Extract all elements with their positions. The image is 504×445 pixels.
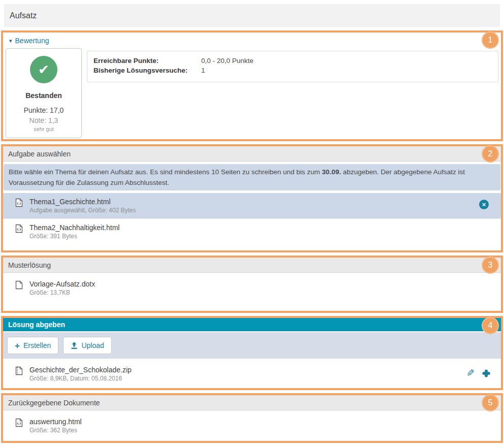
page-title: Aufsatz (10, 11, 37, 20)
note-pre: Bitte wähle ein Thema für deinen Aufsatz… (9, 168, 322, 176)
upload-icon (71, 342, 78, 349)
page-title-bar: Aufsatz (4, 4, 500, 27)
file-text: Thema2_Nachhaltigkeit.html Größe: 391 By… (29, 223, 119, 240)
step-badge-4: 4 (482, 317, 499, 334)
puzzle-icon[interactable] (482, 369, 491, 378)
edit-pencil-icon[interactable]: ✎ (466, 367, 475, 379)
returned-file-list: auswertung.html Größe: 362 Bytes (3, 413, 501, 438)
attempt-info-box: Erreichbare Punkte: 0,0 - 20,0 Punkte Bi… (87, 51, 498, 82)
file-text: auswertung.html Größe: 362 Bytes (29, 417, 82, 434)
code-file-icon (15, 224, 23, 233)
file-icon (15, 280, 23, 290)
section-title: Lösung abgeben (8, 321, 65, 329)
result-card: ✔ Bestanden Punkte: 17,0 Note: 1,3 sehr … (6, 48, 82, 138)
row-actions: ✎ (466, 367, 491, 379)
submission-file-list: Geschichte_der_Schokolade.zip Größe: 8,9… (3, 361, 501, 387)
bewertung-toggle-label[interactable]: Bewertung (15, 37, 49, 45)
file-text: Thema1_Geschichte.html Aufgabe ausgewähl… (29, 197, 136, 214)
create-button-label: Erstellen (23, 341, 51, 349)
code-file-icon (15, 418, 23, 427)
section-musterloesung: 3 Musterlösung Vorlage-Aufsatz.dotx Größ… (1, 256, 503, 313)
code-file-icon (15, 198, 23, 207)
section-header: Zurückgegebene Dokumente (3, 395, 501, 410)
points-text: Punkte: 17,0 (24, 106, 64, 114)
status-text: Bestanden (25, 91, 62, 100)
file-row-thema1[interactable]: Thema1_Geschichte.html Aufgabe ausgewähl… (3, 193, 501, 218)
check-icon: ✔ (30, 56, 57, 83)
note-text: Note: 1,3 (29, 116, 58, 124)
page: Aufsatz 1 ▾ Bewertung ✔ Bestanden Punkte… (0, 0, 504, 445)
section-title: Zurückgegebene Dokumente (8, 399, 100, 407)
section-aufgabe-auswaehlen: 2 Aufgabe auswählen Bitte wähle ein Them… (1, 144, 503, 252)
zip-file-icon (15, 366, 23, 375)
info-label: Erreichbare Punkte: (93, 56, 201, 66)
section-loesung-abgeben: 4 Lösung abgeben + Erstellen Upload (1, 316, 503, 390)
file-row-auswertung[interactable]: auswertung.html Größe: 362 Bytes (3, 413, 501, 438)
bewertung-body: ✔ Bestanden Punkte: 17,0 Note: 1,3 sehr … (6, 48, 498, 138)
theme-file-list: Thema1_Geschichte.html Aufgabe ausgewähl… (3, 193, 501, 244)
file-name[interactable]: auswertung.html (29, 417, 82, 426)
file-name[interactable]: Vorlage-Aufsatz.dotx (29, 279, 95, 289)
file-name[interactable]: Thema1_Geschichte.html (29, 197, 136, 206)
grade-text: sehr gut (34, 126, 54, 132)
upload-button[interactable]: Upload (63, 337, 111, 354)
info-value: 0,0 - 20,0 Punkte (201, 56, 254, 66)
file-meta: Aufgabe ausgewählt, Größe: 402 Bytes (29, 206, 136, 214)
section-bewertung: 1 ▾ Bewertung ✔ Bestanden Punkte: 17,0 N… (1, 30, 503, 141)
bewertung-toggle[interactable]: ▾ Bewertung (6, 35, 498, 46)
close-circle-icon[interactable]: × (479, 200, 489, 209)
plus-icon: + (15, 341, 20, 350)
instruction-note: Bitte wähle ein Thema für deinen Aufsatz… (4, 164, 500, 190)
note-deadline: 30.09. (322, 168, 341, 176)
file-row-submission[interactable]: Geschichte_der_Schokolade.zip Größe: 8,9… (3, 361, 501, 387)
file-meta: Größe: 8,9KB, Datum: 05.08.2016 (29, 374, 132, 383)
info-label: Bisherige Lösungsversuche: (93, 66, 201, 75)
section-header: Aufgabe auswählen (3, 146, 501, 162)
upload-button-label: Upload (81, 341, 104, 349)
file-name[interactable]: Geschichte_der_Schokolade.zip (29, 365, 132, 374)
submission-toolbar: + Erstellen Upload (3, 332, 501, 359)
chevron-down-icon: ▾ (9, 38, 12, 44)
file-text: Vorlage-Aufsatz.dotx Größe: 13,7KB (29, 279, 95, 297)
file-meta: Größe: 13,7KB (29, 289, 95, 297)
section-title: Musterlösung (8, 261, 51, 269)
section-zurueckgegebene-dokumente: 5 Zurückgegebene Dokumente auswertung.ht… (1, 393, 503, 443)
file-meta: Größe: 362 Bytes (29, 426, 82, 434)
file-text: Geschichte_der_Schokolade.zip Größe: 8,9… (29, 365, 132, 383)
step-badge-5: 5 (482, 394, 499, 411)
step-badge-3: 3 (482, 257, 499, 274)
info-value: 1 (201, 66, 205, 75)
file-meta: Größe: 391 Bytes (29, 232, 119, 240)
info-row: Erreichbare Punkte: 0,0 - 20,0 Punkte (93, 56, 492, 66)
file-row-vorlage[interactable]: Vorlage-Aufsatz.dotx Größe: 13,7KB (3, 275, 501, 301)
section-title: Aufgabe auswählen (8, 150, 71, 158)
info-row: Bisherige Lösungsversuche: 1 (93, 66, 492, 75)
section-header: Musterlösung (3, 258, 501, 273)
file-name[interactable]: Thema2_Nachhaltigkeit.html (29, 223, 119, 232)
create-button[interactable]: + Erstellen (7, 337, 58, 354)
file-row-thema2[interactable]: Thema2_Nachhaltigkeit.html Größe: 391 By… (3, 218, 501, 244)
sample-file-list: Vorlage-Aufsatz.dotx Größe: 13,7KB (3, 275, 501, 301)
step-badge-2: 2 (482, 145, 499, 163)
section-header: Lösung abgeben (3, 318, 501, 331)
step-badge-1: 1 (482, 31, 499, 49)
